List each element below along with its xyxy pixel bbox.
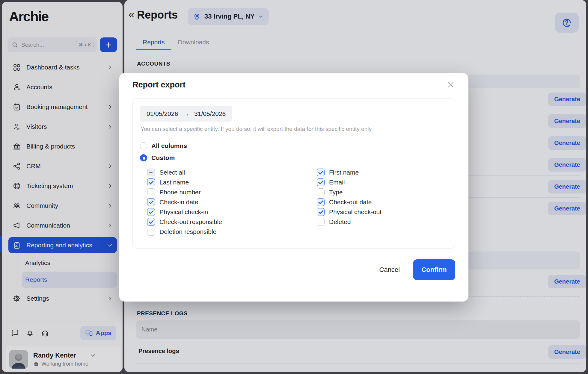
checkbox-unchecked-icon[interactable] xyxy=(147,228,155,236)
checkbox-type[interactable]: Type xyxy=(317,187,382,197)
date-range-picker[interactable]: 01/05/2026 → 31/05/2026 xyxy=(140,106,232,122)
checkbox-physical-check-in[interactable]: Physical check-in xyxy=(147,207,222,217)
entity-helper-text: You can select a specific entity. If you… xyxy=(141,126,373,132)
app-window: Archie Search... ⌘ + K Dashboard & tasks xyxy=(0,0,588,374)
checkbox-check-out-date[interactable]: Check-out date xyxy=(317,197,382,207)
close-icon[interactable] xyxy=(447,81,455,89)
report-export-modal: Report export 01/05/2026 → 31/05/2026 Yo… xyxy=(119,73,468,302)
radio-custom[interactable]: Custom xyxy=(140,154,175,161)
checkbox-unchecked-icon[interactable] xyxy=(147,188,155,196)
checkbox-phone-number[interactable]: Phone number xyxy=(147,187,222,197)
checkbox-unchecked-icon[interactable] xyxy=(317,218,325,226)
date-to-value[interactable]: 31/05/2026 xyxy=(194,110,226,117)
arrow-right-icon: → xyxy=(183,110,189,118)
checkbox-check-out-responsible[interactable]: Check-out responsible xyxy=(147,217,222,227)
checkbox-checked-icon[interactable] xyxy=(317,198,325,206)
checkbox-checked-icon[interactable] xyxy=(147,218,155,226)
checkbox-physical-check-out[interactable]: Physical check-out xyxy=(317,207,382,217)
radio-selected-icon[interactable] xyxy=(140,154,147,161)
modal-title: Report export xyxy=(132,80,186,90)
checkbox-first-name[interactable]: First name xyxy=(317,167,382,177)
checkbox-indeterminate-icon[interactable] xyxy=(147,169,155,176)
radio-unselected-icon[interactable] xyxy=(140,142,147,149)
checkbox-last-name[interactable]: Last name xyxy=(147,177,222,187)
checkbox-checked-icon[interactable] xyxy=(317,178,325,186)
export-options-panel: 01/05/2026 → 31/05/2026 You can select a… xyxy=(132,98,455,249)
checkbox-check-in-date[interactable]: Check-in date xyxy=(147,197,222,207)
checkbox-checked-icon[interactable] xyxy=(317,169,325,176)
checkbox-checked-icon[interactable] xyxy=(147,208,155,216)
checkbox-deleted[interactable]: Deleted xyxy=(317,217,382,227)
checkbox-select-all[interactable]: Select all xyxy=(147,167,222,177)
radio-all-columns[interactable]: All columns xyxy=(140,142,187,149)
checkbox-deletion-responsible[interactable]: Deletion responsible xyxy=(147,227,222,237)
checkbox-checked-icon[interactable] xyxy=(147,198,155,206)
checkbox-email[interactable]: Email xyxy=(317,177,382,187)
checkbox-checked-icon[interactable] xyxy=(317,208,325,216)
date-from-value[interactable]: 01/05/2026 xyxy=(147,110,178,117)
confirm-button[interactable]: Confirm xyxy=(413,259,455,280)
cancel-button[interactable]: Cancel xyxy=(379,266,400,274)
checkbox-checked-icon[interactable] xyxy=(147,178,155,186)
checkbox-unchecked-icon[interactable] xyxy=(317,188,325,196)
